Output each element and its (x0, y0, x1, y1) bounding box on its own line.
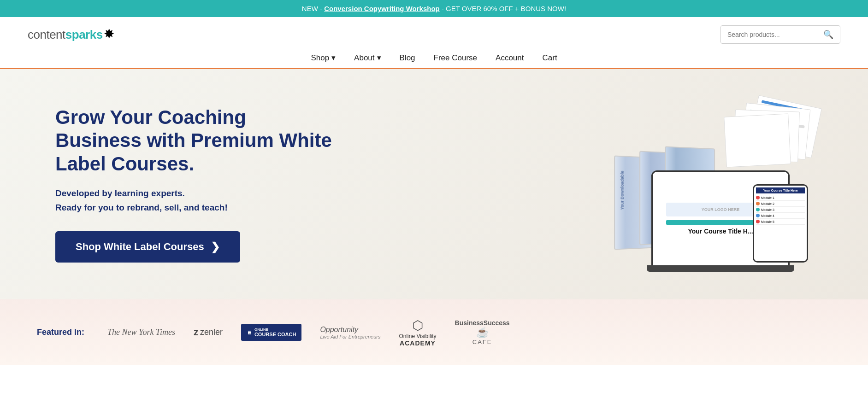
banner-suffix: - GET OVER 60% OFF + BONUS NOW! (440, 5, 566, 12)
course-coach-icon: 🖥 (247, 330, 252, 335)
hero-title: Grow Your Coaching Business with Premium… (55, 106, 332, 175)
featured-logos: The New York Times z zenler 🖥 ONLINE COU… (107, 318, 510, 347)
logo[interactable]: contentsparks ✸ (28, 26, 120, 43)
tablet-screen: Your Course Title Here Module 1 Module 2… (754, 186, 807, 261)
hero-image: Your Downloadable Your Cour (610, 97, 831, 272)
tablet-row-2: Module 2 (756, 201, 805, 207)
nav-cart[interactable]: Cart (542, 53, 557, 63)
logo-spark-icon: ✸ (104, 26, 120, 43)
cta-chevron-icon: ❯ (211, 240, 220, 253)
search-bar: 🔍 (720, 25, 840, 44)
cta-button[interactable]: Shop White Label Courses ❯ (55, 231, 240, 263)
nav-free-course[interactable]: Free Course (434, 53, 477, 63)
nav-cart-label: Cart (542, 53, 557, 63)
ova-icon: ⬡ (412, 318, 423, 333)
ova-text: Online Visibility (399, 333, 436, 339)
laptop-course-title-text: Your Course Title H... (688, 228, 753, 235)
mockup-container: Your Downloadable Your Cour (614, 101, 827, 267)
top-banner: NEW - Conversion Copywriting Workshop - … (0, 0, 868, 17)
search-icon[interactable]: 🔍 (823, 29, 833, 40)
tablet-dot-teal (756, 208, 760, 211)
hero-subtitle-line1: Developed by learning experts. (55, 188, 185, 198)
ova-logo: ⬡ Online Visibility ACADEMY (399, 318, 436, 347)
opportunity-sub: Live Aid For Entrepreneurs (320, 334, 380, 339)
logo-text: contentsparks (28, 28, 103, 42)
tablet-row-2-label: Module 2 (761, 202, 805, 205)
bsc-cafe: CAFE (472, 339, 492, 345)
header: contentsparks ✸ 🔍 (0, 17, 868, 48)
banner-link[interactable]: Conversion Copywriting Workshop (324, 5, 440, 12)
nav-account[interactable]: Account (496, 53, 524, 63)
tablet-row-3: Module 3 (756, 207, 805, 213)
tablet-row-4-label: Module 4 (761, 214, 805, 217)
ova-academy: ACADEMY (400, 339, 436, 347)
zenler-name: zenler (200, 327, 223, 337)
hero-content: Grow Your Coaching Business with Premium… (55, 106, 332, 263)
nyt-logo-text: The New York Times (107, 327, 175, 337)
tablet-header-text: Your Course Title Here (763, 189, 797, 192)
course-coach-logo: 🖥 ONLINE COURSE COACH (241, 324, 301, 341)
cta-label: Shop White Label Courses (76, 241, 204, 253)
hero-subtitle: Developed by learning experts. Ready for… (55, 187, 332, 215)
paper-4 (724, 113, 791, 167)
nav-shop-chevron: ▾ (331, 53, 336, 63)
tablet-row-3-label: Module 3 (761, 208, 805, 211)
bsc-logo: BusinessSuccess ☕ CAFE (455, 319, 510, 345)
laptop-base (647, 265, 794, 272)
tablet-dot-orange (756, 202, 760, 205)
tablet-dot-blue (756, 214, 760, 217)
nav-shop[interactable]: Shop ▾ (311, 53, 336, 63)
search-input[interactable] (727, 31, 823, 38)
zenler-logo: z zenler (194, 327, 223, 338)
main-nav: Shop ▾ About ▾ Blog Free Course Account … (0, 48, 868, 68)
opportunity-text: Opportunity (320, 326, 358, 333)
zenler-z: z (194, 327, 198, 338)
laptop-logo-text: YOUR LOGO HERE (702, 207, 740, 212)
tablet-dot-red (756, 196, 760, 199)
hero-section: Grow Your Coaching Business with Premium… (0, 69, 868, 299)
nav-blog[interactable]: Blog (400, 53, 415, 63)
logo-spark-text: sparks (65, 28, 103, 41)
banner-prefix: NEW - (302, 5, 324, 12)
nav-about-label: About (354, 53, 374, 63)
nav-about-chevron: ▾ (377, 53, 381, 63)
laptop-course-title: Your Course Title H... (679, 228, 762, 235)
tablet-row-5-label: Module 5 (761, 220, 805, 223)
nav-shop-label: Shop (311, 53, 329, 63)
tablet-dot-red-2 (756, 220, 760, 223)
nav-free-course-label: Free Course (434, 53, 477, 63)
tablet-row-5: Module 5 (756, 219, 805, 225)
hero-subtitle-line2: Ready for you to rebrand, sell, and teac… (55, 203, 228, 212)
logo-content-text: content (28, 28, 65, 41)
featured-label: Featured in: (37, 327, 84, 337)
featured-section: Featured in: The New York Times z zenler… (0, 299, 868, 365)
bsc-icon: ☕ (476, 327, 489, 339)
course-coach-text: ONLINE COURSE COACH (254, 327, 296, 337)
opportunity-logo: Opportunity Live Aid For Entrepreneurs (320, 326, 380, 339)
tablet-header: Your Course Title Here (756, 187, 805, 193)
bsc-name: BusinessSuccess (455, 319, 510, 327)
nav-account-label: Account (496, 53, 524, 63)
tablet-mockup: Your Course Title Here Module 1 Module 2… (753, 184, 808, 263)
tablet-row-1-label: Module 1 (761, 196, 805, 199)
tablet-row-4: Module 4 (756, 213, 805, 219)
nyt-logo: The New York Times (107, 327, 175, 337)
nav-about[interactable]: About ▾ (354, 53, 381, 63)
nav-blog-label: Blog (400, 53, 415, 63)
tablet-row-1: Module 1 (756, 195, 805, 201)
